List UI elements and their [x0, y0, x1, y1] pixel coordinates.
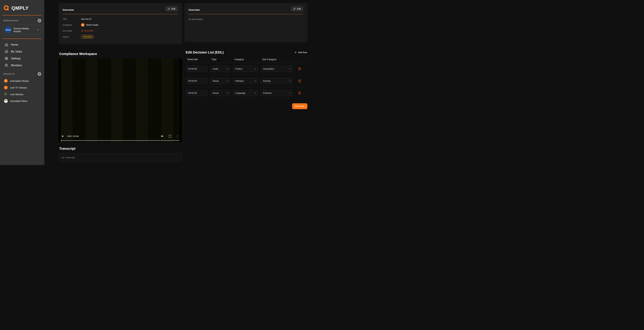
edl-row: Visual Language Extreme: [184, 87, 308, 99]
sub-category-select[interactable]: Extreme: [261, 90, 292, 96]
trash-icon: [298, 67, 301, 70]
project-avatar: [4, 92, 8, 96]
field-value: M Mohd Sadiq: [81, 23, 98, 27]
edit-description-button[interactable]: Edit: [291, 6, 304, 12]
plus-icon: +: [295, 51, 296, 54]
category-select[interactable]: Language: [233, 90, 258, 96]
kebab-menu-icon[interactable]: ⋮: [176, 135, 179, 138]
sidebar: QMPLY WORKSPACES + Gisney Gisney Media A…: [0, 0, 44, 165]
pencil-icon: [168, 8, 170, 10]
main-content: Overview Edit Title 3rd Ave El Assignee …: [44, 0, 322, 165]
video-controls: 0:00 / 10:34 ⋮: [58, 134, 182, 139]
gear-icon: [5, 57, 8, 60]
field-label: Status: [62, 36, 81, 38]
workspace-avatar-text: Gisney: [5, 29, 11, 31]
home-icon: [5, 43, 8, 46]
field-title: Title 3rd Ave El: [62, 17, 178, 21]
transcript-box: No Transcript: [58, 153, 182, 162]
app-logo: QMPLY: [0, 4, 44, 14]
col-type: Type: [210, 58, 230, 61]
edl-row: Audio Politics Geopolitics: [184, 63, 308, 75]
video-player[interactable]: 0:00 / 10:34 ⋮: [58, 58, 182, 142]
projects-section-head: PROJECTS +: [0, 69, 44, 78]
brand-name: QMPLY: [12, 5, 29, 11]
save-edl-button[interactable]: Save EDL: [292, 103, 308, 109]
workspace-name: Gisney Media Assets: [14, 27, 35, 33]
type-select[interactable]: Visual: [210, 90, 230, 96]
sidebar-item-label: Members: [11, 64, 22, 67]
sub-category-select[interactable]: Kissing: [261, 78, 292, 84]
compliance-workspace-title: Compliance Workspace: [59, 52, 182, 56]
users-icon: [5, 64, 8, 67]
delete-row-button[interactable]: [298, 92, 301, 94]
sidebar-item-label: Home: [11, 43, 18, 46]
volume-icon[interactable]: [161, 134, 164, 138]
add-row-label: Add Row: [298, 51, 307, 54]
field-assignee: Assignee M Mohd Sadiq: [62, 23, 178, 27]
sidebar-item-animated-films[interactable]: Animated Films: [0, 98, 44, 104]
edit-overview-button[interactable]: Edit: [165, 6, 178, 12]
sidebar-item-label: Settings: [11, 57, 21, 60]
field-label: Assignee: [62, 24, 81, 26]
divider: [188, 14, 304, 14]
workspaces-label: WORKSPACES: [3, 20, 18, 22]
sidebar-item-settings[interactable]: Settings: [0, 55, 44, 62]
description-empty-text: No description: [188, 17, 304, 20]
video-progress-bar[interactable]: [61, 140, 180, 141]
field-due-date: Due Date 15 Oct 2025: [62, 29, 178, 32]
add-row-button[interactable]: + Add Row: [295, 51, 307, 54]
category-select[interactable]: Politics: [233, 66, 258, 72]
sidebar-item-members[interactable]: Members: [0, 62, 44, 69]
transcript-title: Transcript: [59, 147, 182, 150]
sidebar-item-label: My Tasks: [11, 50, 22, 53]
timecode-input[interactable]: [186, 78, 208, 84]
field-label: Title: [62, 18, 81, 20]
workspace-avatar: Gisney: [5, 27, 12, 33]
projects-label: PROJECTS: [3, 73, 15, 75]
project-label: Live TV Shows: [10, 86, 27, 89]
edit-label: Edit: [172, 8, 175, 10]
edl-title: Edit Decision List (EDL): [186, 50, 224, 54]
fullscreen-icon[interactable]: [168, 135, 172, 138]
col-timecode: TimeCode: [186, 58, 208, 61]
edl-row: Visual Intimacy Kissing: [184, 75, 308, 87]
delete-row-button[interactable]: [298, 79, 301, 82]
add-project-button[interactable]: +: [38, 72, 41, 76]
card-title: Overview: [62, 6, 74, 11]
sidebar-item-home[interactable]: Home: [0, 41, 44, 48]
field-label: Due Date: [62, 30, 81, 32]
category-select[interactable]: Intimacy: [233, 78, 258, 84]
pencil-icon: [293, 8, 296, 10]
edit-label: Edit: [297, 8, 301, 10]
timecode-input[interactable]: [186, 66, 208, 72]
divider: [62, 14, 178, 14]
sub-category-select[interactable]: Geopolitics: [261, 66, 292, 72]
video-time: 0:00 / 10:34: [67, 135, 79, 138]
project-avatar: A: [4, 79, 8, 83]
overview-card-left: Overview Edit Title 3rd Ave El Assignee …: [58, 3, 182, 44]
video-frame: [61, 58, 180, 142]
workspace-selector[interactable]: Gisney Gisney Media Assets: [3, 25, 42, 35]
delete-row-button[interactable]: [298, 67, 301, 70]
card-title: Overview: [188, 6, 200, 11]
project-avatar: L: [4, 86, 8, 90]
type-select[interactable]: Audio: [210, 66, 230, 72]
timecode-input[interactable]: [186, 90, 208, 96]
project-label: Live Movies: [10, 93, 23, 96]
add-workspace-button[interactable]: +: [38, 19, 41, 22]
assignee-name: Mohd Sadiq: [86, 24, 98, 26]
workspaces-section-head: WORKSPACES +: [0, 16, 44, 24]
trash-icon: [298, 79, 301, 82]
brand-q-icon: [3, 5, 10, 11]
transcript-empty-text: No Transcript: [62, 156, 75, 159]
type-select[interactable]: Visual: [210, 78, 230, 84]
sidebar-item-animated-shows[interactable]: A Animated Shows: [0, 78, 44, 84]
sidebar-item-live-tv-shows[interactable]: L Live TV Shows: [0, 84, 44, 91]
project-avatar: [4, 99, 8, 103]
field-value: 3rd Ave El: [81, 18, 91, 20]
chevron-down-icon: [37, 29, 39, 30]
sidebar-item-my-tasks[interactable]: My Tasks: [0, 48, 44, 55]
projects-list: A Animated Shows L Live TV Shows Live Mo…: [0, 78, 44, 104]
sidebar-item-live-movies[interactable]: Live Movies: [0, 91, 44, 98]
play-icon[interactable]: [62, 135, 64, 138]
